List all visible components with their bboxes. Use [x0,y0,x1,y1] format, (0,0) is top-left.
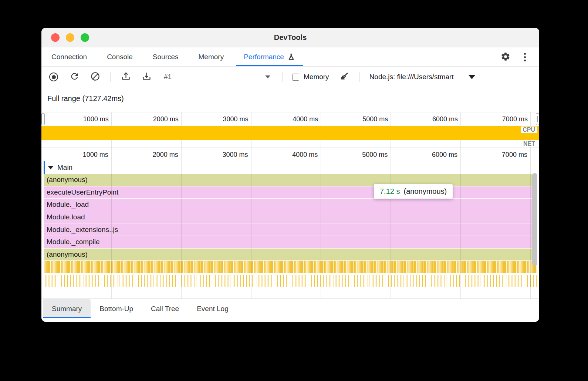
ruler-tick-label: 3000 ms [222,151,248,159]
dropdown-arrow-icon [469,75,475,79]
triangle-down-icon[interactable] [48,166,54,169]
ruler-tick-label: 6000 ms [432,115,458,123]
tab-summary[interactable]: Summary [43,299,91,318]
flame-dense-calls-band[interactable] [44,261,537,273]
gridline [181,140,182,148]
record-icon [49,73,58,81]
tab-bottom-up[interactable]: Bottom-Up [91,299,142,318]
track-header-main[interactable]: Main [44,161,537,174]
flame-row[interactable]: (anonymous) [44,174,537,186]
flame-row-label: executeUserEntryPoint [47,188,118,196]
ruler-tick: 2000 ms [181,112,182,126]
experiment-flask-icon [287,53,295,61]
toolbar-divider [359,72,360,82]
ruler-tick: 5000 ms [391,112,391,126]
full-range-label: Full range (7127.42ms) [47,94,124,103]
gridline [391,140,391,148]
bottom-tab-bar: Summary Bottom-Up Call Tree Event Log [41,299,539,322]
flame-row-label: Module._compile [47,238,100,246]
gridline [460,140,461,148]
flame-dense-calls-band[interactable] [44,275,537,287]
tab-memory[interactable]: Memory [189,48,234,66]
more-options-button[interactable] [518,51,531,63]
tab-label: Summary [52,305,82,313]
profile-select[interactable]: #1 [162,73,273,81]
chevron-down-icon [265,75,270,78]
tab-performance[interactable]: Performance [234,48,305,66]
tooltip-duration: 7.12 s [380,187,400,195]
flame-row-label: (anonymous) [47,250,88,259]
tab-label: Memory [199,53,224,61]
toolbar-divider [282,72,283,82]
memory-checkbox[interactable] [292,74,299,81]
ruler-tick-label: 2000 ms [153,151,178,159]
tab-console[interactable]: Console [97,48,143,66]
record-button[interactable] [48,71,59,82]
cpu-activity-band[interactable]: CPU [41,126,539,140]
ruler-tick: 1000 ms [111,112,112,126]
flame-row-label: Module._load [47,200,89,209]
ruler-tick-label: 7000 ms [502,115,528,123]
toolbar-divider [110,72,111,82]
save-profile-button[interactable] [141,71,152,82]
target-select[interactable]: Node.js: file:///Users/stmart [369,73,475,81]
ruler-tick-label: 6000 ms [432,151,457,159]
tab-connection[interactable]: Connection [41,48,97,66]
reload-icon [70,71,80,82]
range-handle-right[interactable] [536,113,539,125]
load-profile-button[interactable] [120,71,131,82]
ruler-tick-label: 5000 ms [362,151,388,159]
track-main-label: Main [57,163,72,172]
ruler-tick: 7000 ms [530,112,531,126]
download-icon [142,71,152,82]
tab-call-tree[interactable]: Call Tree [142,299,188,318]
flame-row-label: Module._extensions..js [47,226,118,234]
flame-ruler: 1000 ms 2000 ms 3000 ms 4000 ms 5000 ms … [41,148,539,161]
flame-row[interactable]: (anonymous) [44,249,537,261]
ruler-tick: 3000 ms [251,112,251,126]
vertical-scrollbar[interactable] [532,173,537,266]
gear-icon [501,52,510,63]
window-title: DevTools [41,28,539,47]
flame-row[interactable]: Module.load [44,211,537,224]
memory-checkbox-label[interactable]: Memory [292,73,329,81]
net-activity-band[interactable]: NET [41,140,539,148]
tab-label: Connection [51,53,87,61]
flame-row[interactable]: Module._compile [44,236,537,249]
ruler-tick-label: 4000 ms [293,115,318,123]
flame-row[interactable]: Module._load [44,199,537,211]
flame-row[interactable]: executeUserEntryPoint [44,186,537,199]
main-tab-bar: Connection Console Sources Memory Perfor… [41,48,539,67]
tab-event-log[interactable]: Event Log [188,299,237,318]
tabbar-right-controls [499,48,539,66]
upload-icon [121,71,131,82]
ruler-tick: 6000 ms [460,112,461,126]
flame-chart[interactable]: 1000 ms 2000 ms 3000 ms 4000 ms 5000 ms … [41,148,539,299]
tooltip-function-name: (anonymous) [403,187,447,195]
reload-and-record-button[interactable] [69,71,80,82]
profile-select-value: #1 [164,73,172,81]
block-icon [90,71,100,82]
target-select-value: Node.js: file:///Users/stmart [369,73,454,81]
titlebar: DevTools [41,28,539,47]
devtools-window: DevTools Connection Console Sources Memo… [41,28,539,322]
tab-label: Event Log [197,305,229,313]
range-handle-left[interactable] [41,113,45,125]
net-label: NET [521,141,537,147]
ruler-tick-label: 3000 ms [223,115,248,123]
performance-toolbar: #1 Memory Node.js: file:///Users/stmart [41,67,539,87]
collect-garbage-button[interactable] [339,71,350,82]
tab-label: Call Tree [151,305,179,313]
tab-label: Sources [153,53,179,61]
flame-row[interactable]: Module._extensions..js [44,223,537,236]
scrollbar-thumb[interactable] [532,173,537,266]
tab-sources[interactable]: Sources [143,48,189,66]
clear-button[interactable] [89,71,101,82]
tab-label: Bottom-Up [99,305,133,313]
flame-tooltip: 7.12 s(anonymous) [374,184,453,199]
ruler-tick: 4000 ms [321,112,321,126]
cpu-label: CPU [521,127,537,133]
settings-button[interactable] [499,51,512,63]
flame-row-label: (anonymous) [47,176,88,184]
kebab-menu-icon [524,53,526,61]
